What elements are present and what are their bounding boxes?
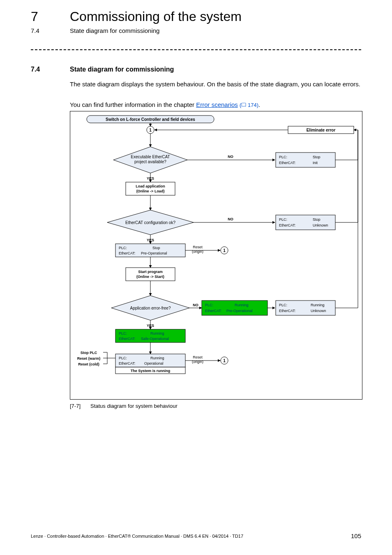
figure-caption-number: [7-7]: [70, 403, 81, 409]
paragraph-ref: You can find further information in the …: [70, 101, 361, 109]
state7-ecat-label: EtherCAT:: [119, 361, 135, 365]
state6-plc-val: Running: [150, 331, 164, 335]
state1-plc-label: PLC:: [279, 155, 287, 159]
state3-plc-val: Stop: [152, 246, 160, 250]
state5-ecat-val: Unknown: [311, 309, 326, 313]
state1-plc-val: Stop: [313, 155, 321, 159]
section-number-header: 7.4: [31, 27, 39, 34]
state4-ecat-val: Pre-Operational: [226, 309, 253, 313]
state7-plc-val: Running: [150, 356, 164, 360]
state4-ecat-label: EtherCAT:: [205, 309, 221, 313]
chapter-number: 7: [31, 9, 38, 24]
section-title: State diagram for commissioning: [70, 66, 174, 73]
state1-ecat-label: EtherCAT:: [279, 161, 295, 165]
page-ref-number: 174: [248, 102, 257, 108]
state4-plc-val: Running: [235, 303, 249, 307]
dec1-line2: project available?: [134, 160, 166, 164]
state5-ecat-label: EtherCAT:: [279, 309, 295, 313]
reset1-line2: (origin): [192, 250, 203, 254]
state6-plc-label: PLC:: [119, 331, 127, 335]
page: 7 Commissioning of the system 7.4 State …: [0, 0, 392, 555]
reset2-line2: (origin): [192, 360, 203, 364]
page-number: 105: [351, 532, 361, 539]
state2-plc-val: Stop: [313, 217, 321, 222]
left-evt-2: Reset (warm): [77, 356, 101, 361]
state2-ecat-label: EtherCAT:: [279, 223, 295, 227]
dec1-no: NO: [228, 155, 233, 159]
connector-c1: 1: [223, 248, 226, 253]
proc2-line2: (Online -> Start): [136, 275, 164, 279]
book-icon: [241, 103, 246, 107]
proc2-line1: Start program: [138, 270, 163, 274]
connector-c2: 1: [223, 358, 226, 363]
state2-plc-label: PLC:: [279, 217, 287, 222]
dec2-yes: YES: [147, 238, 154, 242]
state7-subtitle: The System is running: [131, 369, 171, 373]
state3-plc-label: PLC:: [119, 246, 127, 250]
state7-ecat-val: Operational: [144, 361, 164, 365]
state3-ecat-val: Pre-Operational: [141, 251, 167, 255]
state-diagram: Switch on L-force Controller and field d…: [70, 111, 362, 400]
divider: [31, 49, 361, 50]
state5-plc-label: PLC:: [279, 303, 287, 307]
state7-plc-label: PLC:: [119, 356, 127, 360]
section-title-header: State diagram for commissioning: [70, 27, 159, 34]
dec1-line1: Executable EtherCAT: [131, 155, 170, 159]
dec2-label: EtherCAT configuration ok?: [125, 220, 175, 225]
eliminate-error-node: Eliminate error: [307, 128, 336, 132]
proc1-line1: Load application: [136, 184, 165, 188]
state3-ecat-label: EtherCAT:: [119, 251, 135, 255]
connector-1: 1: [149, 128, 152, 132]
dec1-yes: YES: [147, 176, 154, 180]
dec3-yes: YES: [147, 324, 154, 328]
reset1-line1: Reset: [193, 245, 203, 249]
para-ref-suffix: .: [258, 101, 260, 108]
figure-caption-text: Status diagram for system behaviour: [90, 403, 178, 409]
paragraph-intro: The state diagram displays the system be…: [70, 80, 361, 88]
para-ref-prefix: You can find further information in the …: [70, 101, 196, 108]
state5-plc-val: Running: [311, 303, 325, 307]
start-node: Switch on L-force Controller and field d…: [106, 117, 195, 122]
state6-ecat-label: EtherCAT:: [119, 337, 135, 341]
section-number: 7.4: [31, 66, 40, 73]
left-evt-1: Stop PLC: [81, 351, 97, 355]
reset2-line1: Reset: [193, 355, 203, 359]
state2-ecat-val: Unknown: [313, 223, 328, 227]
dec3-no: NO: [193, 303, 198, 307]
dec3-label: Application error-free?: [130, 306, 171, 310]
left-evt-3: Reset (cold): [78, 362, 99, 366]
chapter-title: Commissioning of the system: [70, 9, 242, 24]
footer-text: Lenze · Controller-based Automation · Et…: [31, 534, 243, 539]
error-scenarios-link[interactable]: Error scenarios: [196, 101, 238, 108]
proc1-line2: (Online -> Load): [136, 189, 165, 193]
page-ref: ( 174): [240, 102, 258, 108]
state6-ecat-val: Safe-Operational: [141, 337, 169, 341]
state1-ecat-val: Init: [313, 161, 318, 165]
state4-plc-label: PLC:: [205, 303, 213, 307]
dec2-no: NO: [228, 217, 233, 221]
